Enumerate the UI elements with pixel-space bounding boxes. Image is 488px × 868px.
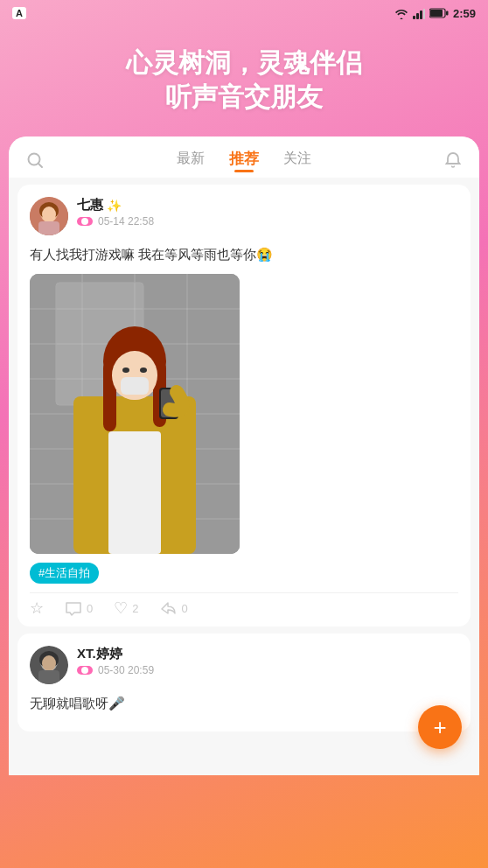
username-emoji: ✨ xyxy=(107,199,122,213)
svg-rect-0 xyxy=(413,16,415,19)
comment-icon xyxy=(65,599,82,618)
avatar[interactable] xyxy=(30,197,68,235)
bell-icon[interactable] xyxy=(444,149,462,169)
svg-rect-6 xyxy=(446,11,449,16)
svg-point-35 xyxy=(140,368,147,373)
feed: 七惠 ✨ 05-14 22:58 有人找我打游戏嘛 我在等风等雨也等你😭 xyxy=(9,178,479,769)
user-row: 七惠 ✨ 05-14 22:58 xyxy=(30,197,458,235)
username-2: XT.婷婷 xyxy=(77,646,122,662)
svg-rect-3 xyxy=(423,9,425,19)
svg-rect-33 xyxy=(121,377,149,395)
user-info: 七惠 ✨ 05-14 22:58 xyxy=(77,197,458,228)
tab-bar-tabs: 最新 推荐 关注 xyxy=(177,149,311,169)
app-label: A xyxy=(12,7,26,19)
user-info-2: XT.婷婷 05-30 20:59 xyxy=(77,646,458,676)
tab-following[interactable]: 关注 xyxy=(283,150,311,168)
status-right: 2:59 xyxy=(394,7,476,20)
svg-rect-27 xyxy=(108,431,161,554)
meta-row-2: 05-30 20:59 xyxy=(77,664,458,676)
hero-line2: 听声音交朋友 xyxy=(165,82,323,111)
post-text-2: 无聊就唱歌呀🎤 xyxy=(30,693,458,714)
tab-recommended[interactable]: 推荐 xyxy=(229,149,259,169)
comment-action[interactable]: 0 xyxy=(65,599,93,618)
like-icon: ♡ xyxy=(114,598,128,618)
post-image xyxy=(30,274,240,554)
share-icon xyxy=(159,599,177,618)
svg-point-34 xyxy=(122,368,129,373)
signal-icon xyxy=(413,7,425,19)
user-row-2: XT.婷婷 05-30 20:59 xyxy=(30,646,458,684)
timestamp-2: 05-30 20:59 xyxy=(98,664,154,676)
fab-button[interactable]: + xyxy=(418,705,462,749)
avatar-2[interactable] xyxy=(30,646,68,684)
share-action[interactable]: 0 xyxy=(159,599,187,618)
star-icon: ☆ xyxy=(30,598,44,618)
post-card-2: XT.婷婷 05-30 20:59 无聊就唱歌呀🎤 xyxy=(17,634,471,732)
tab-bar: 最新 推荐 关注 xyxy=(9,136,479,178)
pink-badge xyxy=(77,217,93,226)
svg-point-41 xyxy=(42,655,56,671)
content-card: 最新 推荐 关注 xyxy=(9,136,479,775)
action-row: ☆ 0 ♡ 2 xyxy=(30,592,458,618)
status-bar: A 2:59 xyxy=(0,0,488,26)
post-card: 七惠 ✨ 05-14 22:58 有人找我打游戏嘛 我在等风等雨也等你😭 xyxy=(17,185,471,626)
username: 七惠 xyxy=(77,197,103,214)
star-action[interactable]: ☆ xyxy=(30,598,44,618)
like-count: 2 xyxy=(132,602,138,615)
post-tag[interactable]: #生活自拍 xyxy=(30,563,99,584)
svg-rect-1 xyxy=(416,13,419,19)
battery-icon xyxy=(429,8,449,18)
comment-count: 0 xyxy=(87,602,93,615)
share-count: 0 xyxy=(181,602,187,615)
username-row: 七惠 ✨ xyxy=(77,197,458,214)
svg-rect-42 xyxy=(38,670,59,684)
svg-line-8 xyxy=(38,164,42,167)
svg-rect-2 xyxy=(420,10,422,19)
pink-badge-2 xyxy=(77,666,93,675)
hero-line1: 心灵树洞，灵魂伴侣 xyxy=(126,48,362,77)
svg-rect-5 xyxy=(430,10,443,17)
svg-point-12 xyxy=(42,206,56,222)
status-time: 2:59 xyxy=(453,7,476,20)
search-icon[interactable] xyxy=(26,149,44,169)
meta-row: 05-14 22:58 xyxy=(77,215,458,228)
username-row-2: XT.婷婷 xyxy=(77,646,458,662)
wifi-icon xyxy=(394,7,408,19)
tab-latest[interactable]: 最新 xyxy=(177,150,205,168)
like-action[interactable]: ♡ 2 xyxy=(114,598,138,618)
pink-dot-2 xyxy=(81,667,88,674)
timestamp: 05-14 22:58 xyxy=(98,215,154,228)
pink-dot xyxy=(81,218,88,225)
hero-section: 心灵树洞，灵魂伴侣 听声音交朋友 xyxy=(0,26,488,136)
post-text: 有人找我打游戏嘛 我在等风等雨也等你😭 xyxy=(30,244,458,265)
svg-rect-13 xyxy=(38,221,59,235)
